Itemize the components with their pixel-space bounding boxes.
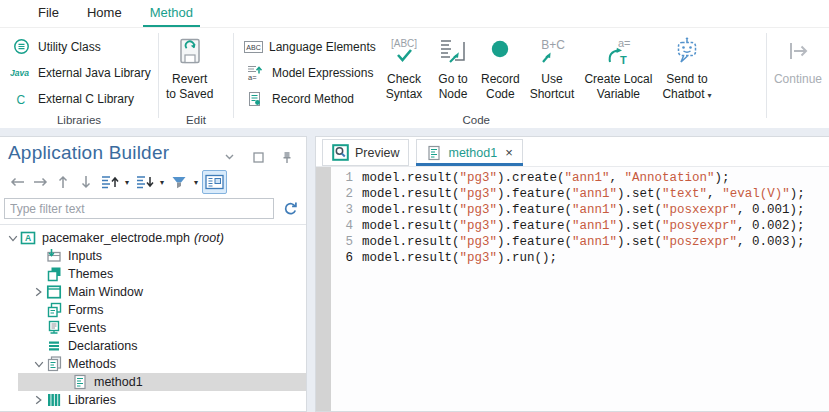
refresh-button[interactable] xyxy=(279,199,301,219)
ribbon-button-icon-wrap: a=T xyxy=(597,32,639,72)
label-line: Shortcut xyxy=(530,87,575,102)
editor-tab-method1[interactable]: method1× xyxy=(416,139,522,166)
ribbon-button-icon-wrap xyxy=(173,32,207,72)
line-number: 1 xyxy=(331,170,362,186)
ribbon-button-go-to-node[interactable]: Go toNode xyxy=(430,31,476,103)
float-icon xyxy=(253,152,264,163)
string-literal: "ann1" xyxy=(565,171,610,185)
ribbon-button-icon-wrap: [ABC] xyxy=(383,32,425,72)
code-editor[interactable]: 1model.result("pg3").create("ann1", "Ann… xyxy=(316,167,829,411)
workspace: Application Builder ▾▾▾ Apacemaker_elect… xyxy=(0,128,829,412)
main-window-icon xyxy=(46,284,62,300)
chevron-down-icon[interactable] xyxy=(6,235,19,242)
pin-button[interactable] xyxy=(276,147,298,167)
chevron-down-icon[interactable] xyxy=(32,361,45,368)
code-token: ).set( xyxy=(617,203,662,217)
code-token: ).run(); xyxy=(497,251,557,265)
edit-buttons: Revertto Saved xyxy=(161,28,231,103)
java-icon: Java xyxy=(10,66,32,79)
forward-button[interactable] xyxy=(29,172,51,192)
editor-tab-preview[interactable]: Preview xyxy=(322,139,409,166)
app-root-icon: A xyxy=(20,230,36,246)
ribbon-button-create-local-variable[interactable]: a=TCreate LocalVariable xyxy=(579,31,657,103)
chevron-down-button[interactable] xyxy=(218,147,240,167)
tree-item-inputs[interactable]: Inputs xyxy=(0,247,306,265)
ribbon-item-model-expressions[interactable]: a=Model Expressions xyxy=(240,61,378,84)
back-button[interactable] xyxy=(6,172,28,192)
model-builder-toggle-icon xyxy=(205,174,224,190)
ribbon-item-external-c-library[interactable]: CExternal C Library xyxy=(6,87,156,110)
ribbon-button-icon-wrap xyxy=(483,32,517,72)
chevron-right-icon[interactable] xyxy=(32,395,45,405)
ribbon-item-external-java-library[interactable]: JavaExternal Java Library xyxy=(6,61,156,84)
label-line: Create Local xyxy=(584,72,652,87)
ribbon-button-revert-to-saved[interactable]: Revertto Saved xyxy=(161,31,218,103)
tree-item-label: Events xyxy=(68,321,106,335)
send-to-chatbot-icon xyxy=(670,35,704,69)
ribbon-tab-home[interactable]: Home xyxy=(73,0,136,27)
code-token: ).feature( xyxy=(497,235,572,249)
panel-header: Application Builder xyxy=(0,137,306,167)
close-icon[interactable]: × xyxy=(505,146,513,159)
code-token: ); xyxy=(715,171,730,185)
tree-item-declarations[interactable]: Declarations xyxy=(0,337,306,355)
ribbon-button-record-code[interactable]: RecordCode xyxy=(476,31,525,103)
c-icon: C xyxy=(10,92,32,106)
tree-item-method1[interactable]: method1 xyxy=(0,373,306,391)
tree-item-libraries[interactable]: Libraries xyxy=(0,391,306,409)
tree-item-methods[interactable]: Methods xyxy=(0,355,306,373)
tree-item-events[interactable]: Events xyxy=(0,319,306,337)
svg-text:T: T xyxy=(620,54,627,66)
code-line: 3model.result("pg3").feature("ann1").set… xyxy=(331,202,829,218)
ribbon-button-continue[interactable]: Continue xyxy=(769,31,827,88)
move-up-button[interactable] xyxy=(98,172,121,192)
ribbon-button-check-syntax[interactable]: [ABC]CheckSyntax xyxy=(378,31,430,103)
ribbon-tab-method[interactable]: Method xyxy=(136,0,207,27)
ribbon-item-label: Model Expressions xyxy=(272,66,373,80)
editor-tab-bar: Previewmethod1× xyxy=(316,137,829,167)
down-button[interactable] xyxy=(75,172,97,192)
filter-input[interactable] xyxy=(4,198,274,219)
tree-item-main-window[interactable]: Main Window xyxy=(0,283,306,301)
ribbon-item-utility-class[interactable]: Utility Class xyxy=(6,35,156,58)
chevron-down-icon[interactable]: ▾ xyxy=(157,178,167,187)
filter-button[interactable] xyxy=(168,172,190,192)
tree-item-suffix: (root) xyxy=(194,231,224,245)
ribbon-item-label: External C Library xyxy=(38,92,134,106)
chevron-down-icon[interactable]: ▾ xyxy=(122,178,132,187)
themes-icon xyxy=(46,266,62,282)
chevron-down-icon[interactable]: ▾ xyxy=(191,178,201,187)
ribbon-tab-file[interactable]: File xyxy=(24,0,73,27)
tree-item-themes[interactable]: Themes xyxy=(0,265,306,283)
breakpoint-gutter[interactable] xyxy=(316,167,331,411)
up-button[interactable] xyxy=(52,172,74,192)
code-line: 2model.result("pg3").feature("ann1").set… xyxy=(331,186,829,202)
code-token: ).feature( xyxy=(497,219,572,233)
ribbon-item-record-method[interactable]: Record Method xyxy=(240,87,378,110)
move-down-button[interactable] xyxy=(133,172,156,192)
ribbon-button-use-shortcut[interactable]: B+CUseShortcut xyxy=(525,31,580,103)
chevron-right-icon[interactable] xyxy=(32,287,45,297)
pin-icon xyxy=(282,151,292,164)
ribbon-button-send-to-chatbot[interactable]: Send toChatbot▾ xyxy=(657,31,716,104)
filter-icon xyxy=(171,175,187,190)
ribbon-button-label: Continue xyxy=(774,72,822,87)
language-elements-icon: ABC xyxy=(244,40,263,54)
line-number: 3 xyxy=(331,202,362,218)
model-builder-toggle-button[interactable] xyxy=(202,170,227,194)
ribbon-item-language-elements[interactable]: ABCLanguage Elements xyxy=(240,35,378,58)
code-token: model.result( xyxy=(362,203,460,217)
label-line: Send to xyxy=(662,72,711,87)
label-line: Continue xyxy=(774,72,822,87)
string-literal: "text" xyxy=(662,187,707,201)
ribbon-button-label: Revertto Saved xyxy=(166,72,213,102)
ribbon-item-label: Record Method xyxy=(272,92,354,106)
move-up-icon xyxy=(100,174,119,190)
string-literal: "pg3" xyxy=(460,235,498,249)
tree-item-forms[interactable]: Forms xyxy=(0,301,306,319)
tree-item-pacemaker-electrode-mph[interactable]: Apacemaker_electrode.mph(root) xyxy=(0,229,306,247)
float-button[interactable] xyxy=(247,147,269,167)
string-literal: "eval(V)" xyxy=(722,187,790,201)
svg-text:Java: Java xyxy=(10,68,29,78)
ribbon-item-label: Language Elements xyxy=(269,40,376,54)
